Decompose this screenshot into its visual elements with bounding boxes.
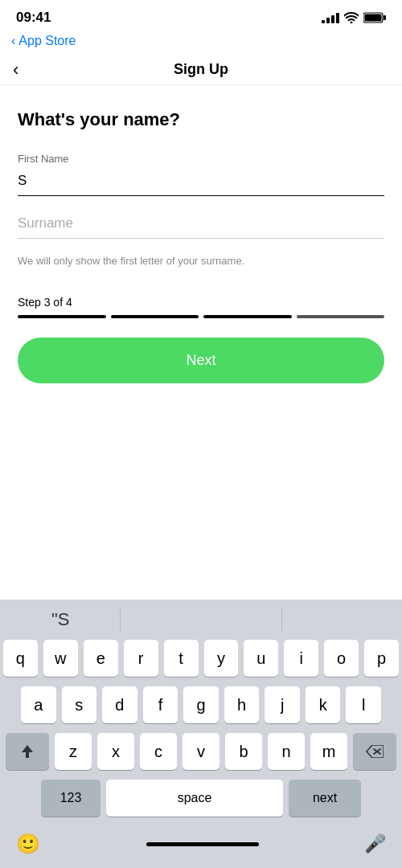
keyboard-row-4: 123 space next xyxy=(3,780,399,817)
key-j[interactable]: j xyxy=(265,686,300,723)
battery-icon xyxy=(363,12,386,23)
keyboard-row-1: q w e r t y u i o p xyxy=(3,640,399,677)
step-section: Step 3 of 4 xyxy=(0,296,402,318)
app-store-chevron-icon: ‹ xyxy=(11,34,15,48)
mic-icon[interactable]: 🎤 xyxy=(364,833,386,854)
keyboard-bottom-bar: 🙂 🎤 xyxy=(3,826,399,868)
delete-key[interactable] xyxy=(353,733,396,770)
key-t[interactable]: t xyxy=(164,640,199,677)
key-h[interactable]: h xyxy=(224,686,260,723)
surname-group xyxy=(18,212,384,239)
key-m[interactable]: m xyxy=(310,733,347,770)
next-button[interactable]: Next xyxy=(18,338,384,383)
app-store-bar: ‹ App Store xyxy=(0,31,402,55)
step-bar-1 xyxy=(18,315,106,318)
key-p[interactable]: p xyxy=(364,640,399,677)
key-k[interactable]: k xyxy=(306,686,341,723)
status-icons xyxy=(322,12,386,23)
surname-input[interactable] xyxy=(18,212,384,239)
nav-bar: ‹ Sign Up xyxy=(0,55,402,85)
preview-char: "S xyxy=(51,609,69,630)
next-key[interactable]: next xyxy=(289,780,361,817)
key-g[interactable]: g xyxy=(183,686,219,723)
space-key[interactable]: space xyxy=(106,780,283,817)
step-bar-4 xyxy=(297,315,385,318)
key-e[interactable]: e xyxy=(84,640,118,677)
nav-title: Sign Up xyxy=(174,61,228,78)
preview-divider2 xyxy=(281,608,282,632)
key-y[interactable]: y xyxy=(204,640,239,677)
step-bar-3 xyxy=(203,315,292,318)
key-z[interactable]: z xyxy=(55,733,92,770)
keyboard-row-3: z x c v b n m xyxy=(3,733,399,770)
numbers-key[interactable]: 123 xyxy=(41,780,100,817)
status-bar: 09:41 xyxy=(0,0,402,31)
key-u[interactable]: u xyxy=(244,640,278,677)
key-l[interactable]: l xyxy=(346,686,381,723)
step-bar-2 xyxy=(111,315,199,318)
key-r[interactable]: r xyxy=(124,640,158,677)
app-store-label: App Store xyxy=(18,34,76,48)
svg-rect-1 xyxy=(384,15,386,20)
key-w[interactable]: w xyxy=(43,640,78,677)
status-time: 09:41 xyxy=(16,10,51,26)
first-name-group: First Name xyxy=(18,153,384,196)
shift-key[interactable] xyxy=(6,733,49,770)
key-v[interactable]: v xyxy=(183,733,219,770)
key-i[interactable]: i xyxy=(284,640,318,677)
key-n[interactable]: n xyxy=(268,733,305,770)
keyboard: "S q w e r t y u i o p a s d f g h j k l… xyxy=(0,600,402,868)
first-name-label: First Name xyxy=(18,153,384,165)
emoji-icon[interactable]: 🙂 xyxy=(16,833,40,855)
main-content: What's your name? First Name We will onl… xyxy=(0,85,402,296)
key-a[interactable]: a xyxy=(21,686,56,723)
back-button[interactable]: ‹ xyxy=(13,59,18,80)
key-f[interactable]: f xyxy=(143,686,178,723)
hint-text: We will only show the first letter of yo… xyxy=(18,255,384,267)
wifi-icon xyxy=(344,12,359,23)
preview-divider xyxy=(120,608,121,632)
key-preview-row: "S xyxy=(3,606,399,640)
first-name-input[interactable] xyxy=(18,170,384,196)
svg-rect-2 xyxy=(365,14,382,22)
step-bars xyxy=(18,315,384,318)
app-store-back[interactable]: ‹ App Store xyxy=(11,34,386,48)
key-b[interactable]: b xyxy=(225,733,262,770)
section-title: What's your name? xyxy=(18,109,384,130)
key-q[interactable]: q xyxy=(3,640,38,677)
step-label: Step 3 of 4 xyxy=(18,296,384,309)
signal-icon xyxy=(322,12,339,23)
keyboard-row-2: a s d f g h j k l xyxy=(3,686,399,723)
key-c[interactable]: c xyxy=(140,733,177,770)
key-s[interactable]: s xyxy=(62,686,97,723)
key-x[interactable]: x xyxy=(97,733,134,770)
home-indicator xyxy=(146,842,259,846)
key-d[interactable]: d xyxy=(102,686,137,723)
key-o[interactable]: o xyxy=(324,640,359,677)
